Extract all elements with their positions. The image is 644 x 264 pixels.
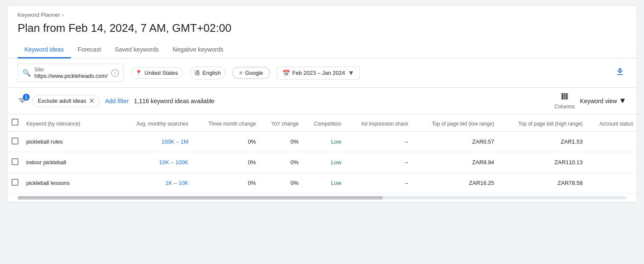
tab-keyword-ideas[interactable]: Keyword ideas xyxy=(18,42,71,58)
row-checkbox[interactable] xyxy=(7,152,23,173)
date-range-label: Feb 2023 – Jan 2024 xyxy=(292,70,345,76)
row-avg-monthly: 10K – 100K xyxy=(118,152,191,173)
add-filter-button[interactable]: Add filter xyxy=(105,98,129,104)
tabs-bar: Keyword ideas Forecast Saved keywords Ne… xyxy=(7,42,637,58)
row-competition: Low xyxy=(302,173,345,193)
table-row[interactable]: indoor pickleball 10K – 100K 0% 0% Low –… xyxy=(7,152,637,173)
row-checkbox[interactable] xyxy=(7,132,23,152)
location-label: United States xyxy=(145,70,178,76)
dropdown-icon: ▼ xyxy=(348,69,355,77)
exclude-chip-label: Exclude adult ideas xyxy=(38,98,86,104)
site-label: Site: xyxy=(34,67,108,73)
header-three-month[interactable]: Three month change xyxy=(192,114,259,132)
breadcrumb[interactable]: Keyword Planner › xyxy=(7,6,637,20)
row-ad-impression: – xyxy=(345,173,412,193)
download-button[interactable] xyxy=(614,65,626,80)
breadcrumb-link[interactable]: Keyword Planner xyxy=(18,12,60,18)
header-keyword[interactable]: Keyword (by relevance) xyxy=(23,114,118,132)
search-engine-button[interactable]: ≡ Google xyxy=(232,67,270,79)
search-engine-icon: ≡ xyxy=(239,70,243,76)
pin-icon: 📍 xyxy=(135,70,142,76)
keyword-view-button[interactable]: Keyword view ▼ xyxy=(580,96,626,105)
header-top-bid-high[interactable]: Top of page bid (high range) xyxy=(498,114,586,132)
row-three-month: 0% xyxy=(192,152,259,173)
language-icon: 语 xyxy=(194,69,200,77)
row-account-status xyxy=(586,132,637,152)
search-engine-label: Google xyxy=(245,70,263,76)
row-competition: Low xyxy=(302,152,345,173)
row-top-bid-low: ZAR9.94 xyxy=(412,152,498,173)
header-competition[interactable]: Competition xyxy=(302,114,345,132)
keyword-view-label: Keyword view xyxy=(580,98,617,104)
page-title: Plan from Feb 14, 2024, 7 AM, GMT+02:00 xyxy=(7,20,637,42)
header-top-bid-low[interactable]: Top of page bid (low range) xyxy=(412,114,498,132)
toolbar: 🔍 Site: https://www.pickleheads.com/ i 📍… xyxy=(7,58,637,88)
row-yoy-change: 0% xyxy=(259,152,302,173)
scrollbar-thumb[interactable] xyxy=(18,196,383,200)
row-avg-monthly: 100K – 1M xyxy=(118,132,191,152)
row-top-bid-low: ZAR16.25 xyxy=(412,173,498,193)
row-yoy-change: 0% xyxy=(259,132,302,152)
calendar-icon: 📅 xyxy=(283,70,290,77)
table-body: pickleball rules 100K – 1M 0% 0% Low – Z… xyxy=(7,132,637,193)
site-search-box[interactable]: 🔍 Site: https://www.pickleheads.com/ i xyxy=(18,64,124,82)
date-range-button[interactable]: 📅 Feb 2023 – Jan 2024 ▼ xyxy=(277,67,360,80)
row-checkbox[interactable] xyxy=(7,173,23,193)
table-row[interactable]: pickleball rules 100K – 1M 0% 0% Low – Z… xyxy=(7,132,637,152)
select-all-checkbox[interactable] xyxy=(12,119,18,126)
row-top-bid-high: ZAR1.53 xyxy=(498,132,586,152)
site-info: Site: https://www.pickleheads.com/ xyxy=(34,67,108,79)
row-avg-monthly: 1K – 10K xyxy=(118,173,191,193)
row-yoy-change: 0% xyxy=(259,173,302,193)
tab-negative-keywords[interactable]: Negative keywords xyxy=(166,42,230,58)
keywords-table-container: Keyword (by relevance) Avg. monthly sear… xyxy=(7,114,637,193)
keywords-table: Keyword (by relevance) Avg. monthly sear… xyxy=(7,114,637,193)
table-row[interactable]: pickleball lessons 1K – 10K 0% 0% Low – … xyxy=(7,173,637,193)
remove-filter-icon[interactable]: ✕ xyxy=(89,98,94,104)
row-account-status xyxy=(586,173,637,193)
row-top-bid-low: ZAR0.57 xyxy=(412,132,498,152)
info-icon[interactable]: i xyxy=(111,69,119,77)
row-top-bid-high: ZAR78.58 xyxy=(498,173,586,193)
breadcrumb-chevron: › xyxy=(62,12,64,18)
header-yoy-change[interactable]: YoY change xyxy=(259,114,302,132)
row-account-status xyxy=(586,152,637,173)
row-competition: Low xyxy=(302,132,345,152)
tab-saved-keywords[interactable]: Saved keywords xyxy=(108,42,166,58)
row-ad-impression: – xyxy=(345,132,412,152)
chevron-down-icon: ▼ xyxy=(619,96,626,105)
columns-icon xyxy=(560,92,569,103)
row-top-bid-high: ZAR110.13 xyxy=(498,152,586,173)
columns-label: Columns xyxy=(554,104,574,110)
header-account-status[interactable]: Account status xyxy=(586,114,637,132)
language-label: English xyxy=(203,70,221,76)
row-keyword: pickleball lessons xyxy=(23,173,118,193)
row-three-month: 0% xyxy=(192,173,259,193)
columns-button[interactable]: Columns xyxy=(554,92,574,110)
row-keyword: pickleball rules xyxy=(23,132,118,152)
row-three-month: 0% xyxy=(192,132,259,152)
language-filter[interactable]: 语 English xyxy=(190,67,226,80)
scrollbar[interactable] xyxy=(18,196,626,200)
tab-forecast[interactable]: Forecast xyxy=(71,42,108,58)
filter-badge: 1 xyxy=(23,94,30,101)
search-icon: 🔍 xyxy=(22,69,31,77)
row-keyword: indoor pickleball xyxy=(23,152,118,173)
site-url: https://www.pickleheads.com/ xyxy=(34,73,108,79)
header-avg-monthly[interactable]: Avg. monthly searches xyxy=(118,114,191,132)
row-ad-impression: – xyxy=(345,152,412,173)
table-header-row: Keyword (by relevance) Avg. monthly sear… xyxy=(7,114,637,132)
header-checkbox[interactable] xyxy=(7,114,23,132)
filter-bar: 1 Exclude adult ideas ✕ Add filter 1,116… xyxy=(7,88,637,114)
location-filter[interactable]: 📍 United States xyxy=(131,67,183,79)
keyword-count: 1,116 keyword ideas available xyxy=(134,98,215,104)
exclude-adult-chip[interactable]: Exclude adult ideas ✕ xyxy=(32,95,100,107)
header-ad-impression[interactable]: Ad impression share xyxy=(345,114,412,132)
filter-funnel-button[interactable]: 1 xyxy=(18,95,27,106)
